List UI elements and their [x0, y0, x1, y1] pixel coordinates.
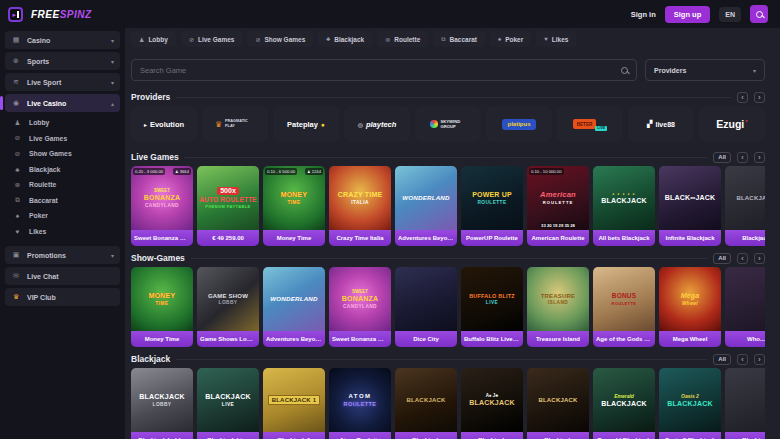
blackjack-next-button[interactable]: › [754, 354, 765, 365]
chevron-icon: ▾ [111, 37, 114, 44]
game-card[interactable]: ♟ ● ● ● ● ● BLACKJACK All bets Blackjack [593, 166, 655, 246]
sidebar-item-lobby[interactable]: ♟ Lobby [5, 115, 120, 131]
game-card[interactable]: ♟ GAME SHOW LOBBY Game Shows Lobby [197, 267, 259, 347]
provider-skywind-group[interactable]: ● SKYWIND GROUP [415, 106, 481, 142]
provider-beter-live[interactable]: BETER LIVE [557, 106, 623, 142]
game-title: Game Shows Lobby [197, 331, 259, 347]
providers-dropdown[interactable]: Providers ▾ [645, 59, 765, 81]
provider-pragmatic-play[interactable]: ♛ PRAGMATIC PLAY [202, 106, 268, 142]
game-card[interactable]: ♟ Emerald BLACKJACK Emerald Blackjack [593, 368, 655, 439]
live-games-prev-button[interactable]: ‹ [737, 152, 748, 163]
game-card[interactable]: ♟ WONDERLAND Adventures Beyond ... [395, 166, 457, 246]
sign-up-button[interactable]: Sign up [665, 6, 711, 23]
sidebar-item-label: Live Sport [27, 79, 61, 86]
game-card[interactable]: ♟ BLACKJACK LIVE Blackjack Live [197, 368, 259, 439]
game-search [131, 59, 637, 81]
blackjack-all-button[interactable]: All [713, 354, 731, 365]
sidebar-item-roulette[interactable]: ⊚ Roulette [5, 177, 120, 193]
live-games-icon: ⊘ [189, 36, 194, 43]
game-card[interactable]: ♟ BLACKJACK Blackjack [527, 368, 589, 439]
language-selector[interactable]: EN [719, 7, 741, 22]
tab-show-games[interactable]: ⊘ Show Games [247, 31, 313, 47]
game-card[interactable]: ♟ BLACKJACK Blackjack [395, 368, 457, 439]
game-card[interactable]: ♟ BLACKJACK 1 Blackjack 1 [263, 368, 325, 439]
game-card[interactable]: ♟ BLACKJACK Blackjack [725, 166, 765, 246]
chevron-icon: ▴ [111, 100, 114, 107]
game-title: PowerUP Roulette [461, 230, 523, 246]
tab-live-games[interactable]: ⊘ Live Games [181, 31, 243, 47]
game-card[interactable]: ♟ 500x AUTO ROULETTE PHENOM PAYTABLE € 4… [197, 166, 259, 246]
logo-bar [17, 11, 19, 18]
game-thumbnail: ♟ Mega Wheel [659, 267, 721, 331]
tab-likes[interactable]: ♥ Likes [536, 31, 576, 47]
show-games-row: ♟ MONEY TIME Money Time ♟ GAME SHOW LOBB… [131, 267, 765, 347]
show-games-prev-button[interactable]: ‹ [737, 253, 748, 264]
game-card[interactable]: ♟ ATOM ROULETTE Atom Roulette [329, 368, 391, 439]
sidebar-item-live-sport[interactable]: ≋ Live Sport ▾ [5, 73, 120, 91]
header-search-button[interactable] [750, 5, 768, 23]
search-input[interactable] [140, 66, 621, 75]
provider-ezugi[interactable]: Ezugi ● [699, 106, 765, 142]
live-games-next-button[interactable]: › [754, 152, 765, 163]
sidebar-item-poker[interactable]: ♠ Poker [5, 208, 120, 224]
game-card[interactable]: ♟ A♠ J♣ BLACKJACK Blackjack [461, 368, 523, 439]
game-art: A♠ J♣ BLACKJACK [469, 393, 514, 407]
sidebar-item-blackjack[interactable]: ♣ Blackjack [5, 162, 120, 178]
game-art: SWEET BONANZA CANDYLAND [144, 188, 180, 208]
game-card[interactable]: ♟ TREASURE ISLAND Treasure Island [527, 267, 589, 347]
game-card[interactable]: ♟ BUFFALO BLITZ LIVE Buffalo Blitz Live … [461, 267, 523, 347]
sign-in-button[interactable]: Sign in [631, 10, 656, 19]
blackjack-prev-button[interactable]: ‹ [737, 354, 748, 365]
provider-platipus[interactable]: platipus [486, 106, 552, 142]
game-card[interactable]: ♟ Dice City [395, 267, 457, 347]
sidebar-item-live-games[interactable]: ⊘ Live Games [5, 131, 120, 147]
game-card[interactable]: ♟ POWER UP ROULETTE PowerUP Roulette [461, 166, 523, 246]
game-card[interactable]: ♟ Oasis 2 BLACKJACK Oasis 2 Blackjack [659, 368, 721, 439]
providers-prev-button[interactable]: ‹ [737, 92, 748, 103]
provider-name: Evolution [150, 120, 184, 129]
sidebar-item-live-casino[interactable]: ◉ Live Casino ▴ [5, 94, 120, 112]
sidebar-item-vip-club[interactable]: ♛ VIP Club [5, 288, 120, 306]
tab-roulette[interactable]: ⊚ Roulette [377, 31, 428, 47]
brand-logo-icon[interactable]: ▸ [8, 7, 23, 22]
game-card[interactable]: ♟ CRAZY TIME ITALIA Crazy Time Italia [329, 166, 391, 246]
game-card[interactable]: ♟ MONEY TIME Money Time [131, 267, 193, 347]
game-card[interactable]: 0.10 - 6 500.00 ♟ 1244 MONEY TIME Money … [263, 166, 325, 246]
sidebar-item-likes[interactable]: ♥ Likes [5, 224, 120, 240]
game-card[interactable]: ♟ BLACKJACK LOBBY Blackjack Lobby [131, 368, 193, 439]
sidebar-item-live-chat[interactable]: ✉ Live Chat [5, 267, 120, 285]
provider-pateplay[interactable]: Pateplay ● [273, 106, 339, 142]
sidebar-item-baccarat[interactable]: ⧉ Baccarat [5, 193, 120, 209]
poker-icon: ♠ [13, 212, 22, 219]
game-thumbnail: ♟ Oasis 2 BLACKJACK [659, 368, 721, 432]
brand-logo[interactable]: FREESPINZ [31, 9, 92, 20]
tab-baccarat[interactable]: ⧉ Baccarat [433, 31, 485, 47]
show-games-next-button[interactable]: › [754, 253, 765, 264]
provider-evolution[interactable]: ▸ Evolution [131, 106, 197, 142]
sidebar-item-sports[interactable]: ⊛ Sports ▾ [5, 52, 120, 70]
game-card[interactable]: 0.20 - 3 000.00 ♟ 3664 SWEET BONANZA CAN… [131, 166, 193, 246]
game-title: Blackjack Live [197, 432, 259, 439]
sidebar-item-show-games[interactable]: ⊘ Show Games [5, 146, 120, 162]
providers-next-button[interactable]: › [754, 92, 765, 103]
live-games-all-button[interactable]: All [713, 152, 731, 163]
game-card[interactable]: ♟ BLACK∞JACK Infinite Blackjack [659, 166, 721, 246]
game-card[interactable]: ♟ SWEET BONANZA CANDYLAND Sweet Bonanza … [329, 267, 391, 347]
show-games-all-button[interactable]: All [713, 253, 731, 264]
sidebar-item-casino[interactable]: ▦ Casino ▾ [5, 31, 120, 49]
game-card[interactable]: ♟ WONDERLAND Adventures Beyond ... [263, 267, 325, 347]
provider-playtech[interactable]: ◎ playtech [344, 106, 410, 142]
bet-range-badge: 0.20 - 3 000.00 [133, 168, 165, 175]
game-card[interactable]: ♟ BONUS ROULETTE Age of the Gods Bon... [593, 267, 655, 347]
sidebar-item-promotions[interactable]: ▣ Promotions ▾ [5, 246, 120, 264]
game-card[interactable]: ♟ Who... [725, 267, 765, 347]
game-card[interactable]: ♟ Blackjack [725, 368, 765, 439]
tab-blackjack[interactable]: ♣ Blackjack [318, 31, 372, 47]
casino-icon: ▦ [11, 36, 21, 44]
provider-live88[interactable]: ▞ live88 [628, 106, 694, 142]
tab-lobby[interactable]: ♟ Lobby [131, 31, 176, 47]
game-card[interactable]: ♟ Mega Wheel Mega Wheel [659, 267, 721, 347]
tab-poker[interactable]: ♠ Poker [490, 31, 531, 47]
game-card[interactable]: 0.10 - 10 000.00 ♟ American ROULETTE 33 … [527, 166, 589, 246]
sidebar-item-label: VIP Club [27, 294, 56, 301]
